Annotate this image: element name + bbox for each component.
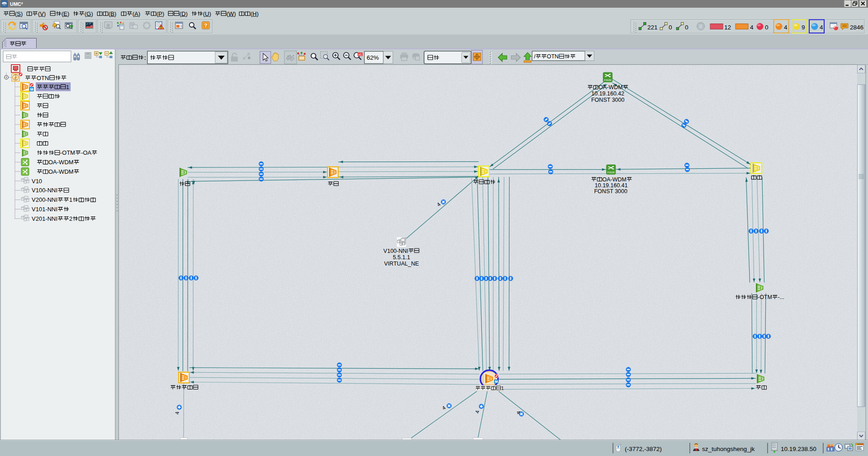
svg-text:4: 4 [750,24,754,31]
svg-text:-OA: -OA [81,149,91,156]
svg-text:5.5.1.1: 5.5.1.1 [393,254,410,261]
svg-text:221: 221 [647,24,658,31]
svg-text:OA-WDM: OA-WDM [48,159,74,166]
svg-text:(E): (E) [61,10,69,17]
svg-text:0: 0 [685,24,689,31]
svg-text:OA-WDM: OA-WDM [48,168,74,175]
svg-text:(V): (V) [38,10,46,17]
svg-text:(D): (D) [179,10,188,17]
svg-text:-OTM: -OTM [758,294,772,300]
svg-text:(B): (B) [108,10,116,17]
svg-text:12: 12 [724,24,731,31]
svg-text:OTN: OTN [37,75,49,81]
svg-text:VIRTUAL_NE: VIRTUAL_NE [384,261,419,267]
svg-text:F3100: F3100 [608,171,615,174]
svg-text:4: 4 [784,24,788,31]
svg-text:sz_tuhongsheng_jk: sz_tuhongsheng_jk [702,446,755,452]
svg-text:(G): (G) [85,10,93,17]
svg-text:-...: -... [778,294,784,300]
svg-text:0: 0 [765,24,769,31]
svg-text:M: M [30,87,33,91]
svg-text:FONST 3000: FONST 3000 [594,188,627,195]
svg-text:F3100: F3100 [604,78,612,81]
svg-text:OTN: OTN [547,53,559,60]
svg-text:4: 4 [175,411,180,414]
svg-text:?: ? [204,23,208,28]
svg-text:V200-NNI: V200-NNI [32,196,57,203]
svg-text:OA-WDM: OA-WDM [599,84,623,90]
svg-text:V100-NNI: V100-NNI [32,187,57,194]
svg-text:2: 2 [69,215,72,222]
svg-text:1: 1 [501,385,504,391]
svg-text:V101-NNI: V101-NNI [32,206,57,213]
svg-text:2846: 2846 [850,24,863,31]
svg-text:1: 1 [66,84,69,90]
svg-text:10.19.160.42: 10.19.160.42 [591,90,624,97]
svg-text:(W): (W) [226,10,236,17]
svg-text:UMC²: UMC² [10,1,23,7]
svg-text:62%: 62% [367,54,379,61]
svg-text:/: / [534,53,536,60]
svg-text:-OTM: -OTM [60,149,75,156]
svg-text:x1: x1 [359,52,362,57]
svg-text:V100-NNI: V100-NNI [383,248,408,254]
svg-text:FONST 3000: FONST 3000 [591,97,625,103]
svg-text:V10: V10 [32,178,42,185]
svg-text:umc: umc [2,3,7,5]
svg-text:(H): (H) [250,10,259,17]
svg-text:9: 9 [802,24,805,31]
svg-text::: : [144,54,146,61]
svg-text:10.19.160.41: 10.19.160.41 [595,182,628,189]
svg-text:M: M [495,380,498,384]
svg-text:(A): (A) [132,10,140,17]
svg-text:(S): (S) [15,10,23,17]
svg-text:OA-WDM: OA-WDM [602,176,627,183]
svg-text:(P): (P) [156,10,164,17]
svg-text:10.19.238.50: 10.19.238.50 [781,446,816,452]
svg-text:V201-NNI: V201-NNI [32,215,57,222]
svg-text:4: 4 [820,24,823,31]
svg-text:(U): (U) [203,10,211,17]
svg-text:(-3772,-3872): (-3772,-3872) [625,446,662,452]
svg-text:1: 1 [69,196,72,203]
svg-text:0: 0 [669,24,672,31]
